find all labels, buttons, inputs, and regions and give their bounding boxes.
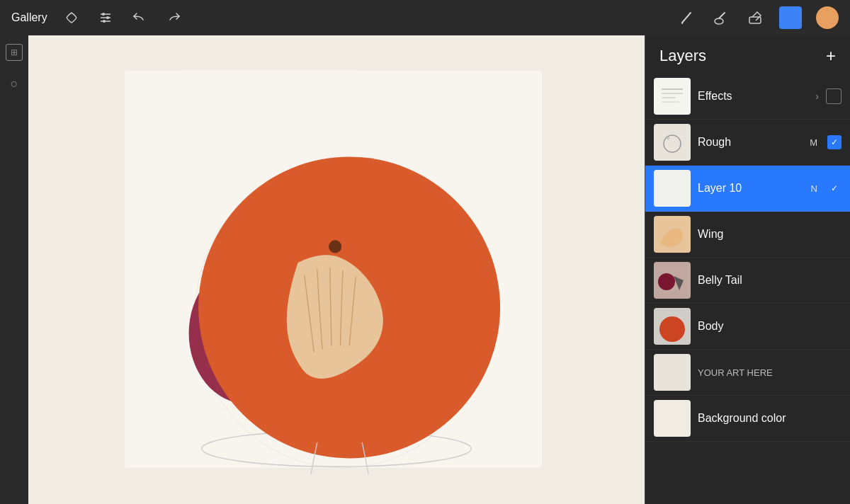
gallery-label: Gallery [11,11,47,24]
svg-point-3 [715,18,723,24]
layer-name: YOUR ART HERE [698,367,842,378]
left-panel: ⊞ ○ [0,35,28,504]
layer-visibility-checkbox[interactable] [827,135,842,149]
svg-point-1 [106,16,109,19]
brush-icon[interactable] [677,8,697,28]
layer-item[interactable]: Body [645,304,850,350]
layer-thumbnail [654,216,691,253]
layer-item[interactable]: Effects › [645,74,850,120]
layer-thumbnail [654,170,691,207]
toolbar: Gallery [0,0,850,35]
redo-icon[interactable] [164,8,183,28]
transform-icon[interactable]: ⊞ [6,44,23,61]
layer-name: Layer 10 [698,182,804,195]
layer-name: Effects [698,90,808,103]
svg-point-2 [103,20,106,23]
layer-item-active[interactable]: Layer 10 N [645,166,850,212]
layer-thumbnail [654,262,691,299]
main-area: ⊞ ○ [0,35,850,504]
layer-name: Belly Tail [698,274,842,287]
layer-thumbnail [654,308,691,345]
layer-item[interactable]: Background color [645,396,850,442]
layer-name: Body [698,320,842,333]
layers-header: Layers + [645,35,850,74]
svg-point-17 [664,135,681,152]
canvas-area[interactable] [28,35,645,504]
layers-panel: Layers + Effects › [645,35,850,504]
svg-point-19 [659,316,685,342]
smudge-icon[interactable] [711,8,731,28]
layer-thumbnail [654,354,691,391]
layer-visibility-checkbox[interactable] [827,181,842,195]
layer-thumbnail [654,400,691,437]
svg-point-0 [102,13,105,16]
modify-icon[interactable] [62,8,81,28]
toolbar-right [677,6,839,29]
toolbar-left: Gallery [11,8,663,28]
layers-title: Layers [659,47,706,65]
svg-point-18 [658,273,675,290]
selection-icon[interactable]: ○ [6,75,23,92]
undo-icon[interactable] [130,8,149,28]
layer-name: Rough [698,136,803,149]
layer-mode: N [811,183,817,194]
color-swatch[interactable] [816,6,839,29]
layer-item[interactable]: Belly Tail [645,258,850,304]
gallery-button[interactable]: Gallery [11,11,47,24]
layer-name: Background color [698,412,842,425]
svg-point-10 [329,240,341,253]
layer-visibility-checkbox[interactable] [826,88,842,104]
layer-item[interactable]: YOUR ART HERE [645,350,850,396]
eraser-icon[interactable] [745,8,765,28]
layer-item[interactable]: Wing [645,212,850,258]
drawing-canvas [28,35,645,504]
layer-mode: M [810,137,817,148]
layer-thumbnail [654,124,691,161]
adjust-icon[interactable] [96,8,115,28]
layer-name: Wing [698,228,842,241]
layer-item[interactable]: Rough M [645,120,850,166]
add-layer-button[interactable]: + [826,47,836,64]
layer-thumbnail [654,78,691,115]
layer-chevron-icon: › [815,91,819,102]
layers-panel-icon[interactable] [779,6,802,29]
